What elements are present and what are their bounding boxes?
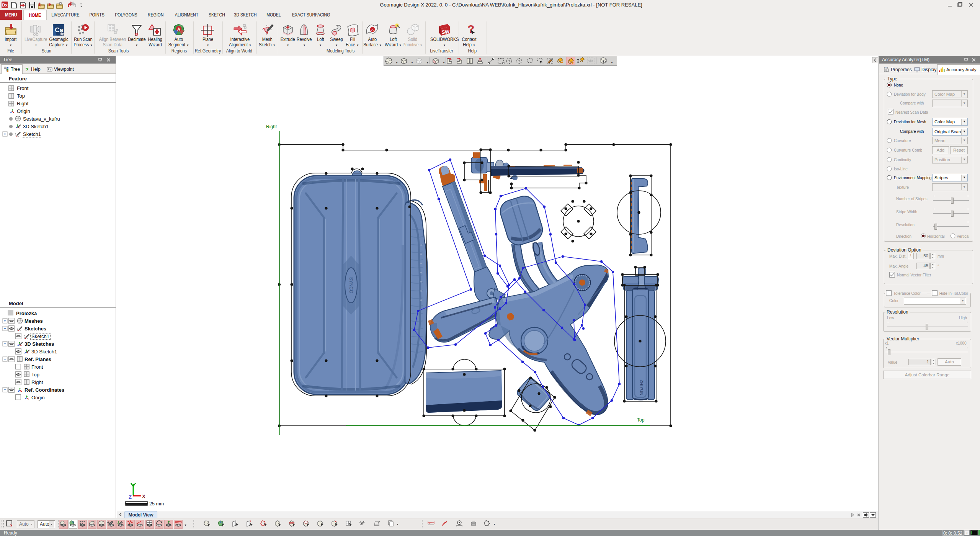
svg-text:Top: Top xyxy=(637,417,645,423)
svg-text:X: X xyxy=(142,494,145,499)
svg-text:Dx: Dx xyxy=(2,3,8,7)
svg-text:SYNCO: SYNCO xyxy=(348,277,354,294)
svg-text:ZHIYUN: ZHIYUN xyxy=(639,380,644,395)
svg-text:A: A xyxy=(177,27,180,31)
svg-text:A: A xyxy=(371,28,374,32)
svg-text:SW: SW xyxy=(441,29,450,35)
svg-text:Z: Z xyxy=(129,494,132,500)
svg-text:?: ? xyxy=(467,23,474,35)
svg-text:25 mm: 25 mm xyxy=(149,501,164,507)
svg-text:?: ? xyxy=(26,67,29,72)
svg-text:Right: Right xyxy=(266,124,277,129)
